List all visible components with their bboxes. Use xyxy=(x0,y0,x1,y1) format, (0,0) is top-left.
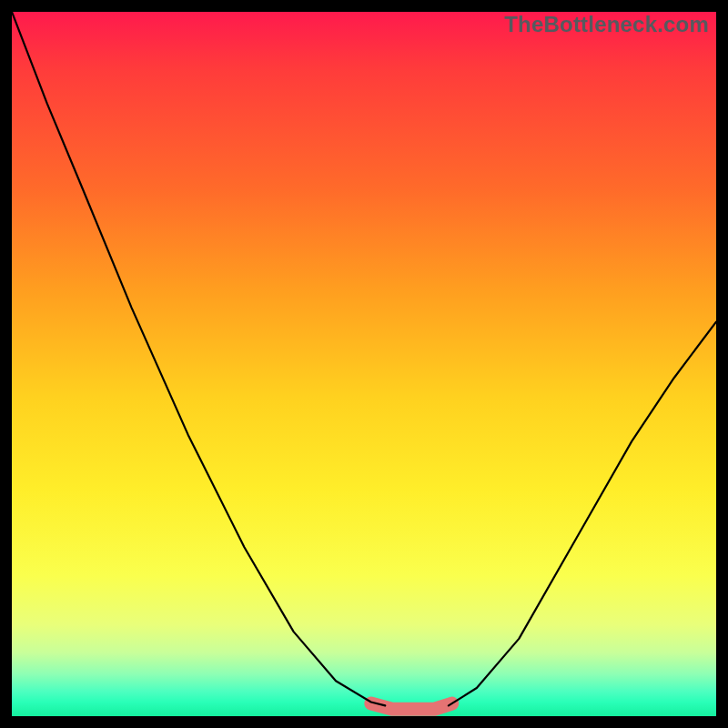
chart-svg xyxy=(12,12,716,716)
chart-frame: TheBottleneck.com xyxy=(12,12,716,716)
series-left-curve xyxy=(12,12,385,705)
series-right-curve xyxy=(449,322,716,706)
